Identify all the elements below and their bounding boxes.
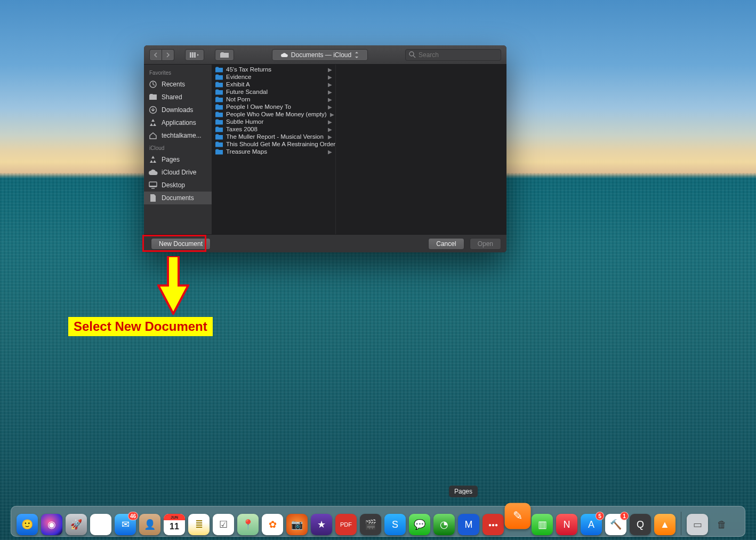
dock-downloads-stack[interactable]: ▭ <box>687 514 708 535</box>
cancel-button[interactable]: Cancel <box>428 238 464 250</box>
file-row[interactable]: Exhibit A▶ <box>212 81 335 88</box>
dock-skype[interactable]: S <box>384 514 406 535</box>
dock-finder[interactable]: 🙂 <box>17 514 38 535</box>
annotation-label: Select New Document <box>68 317 213 336</box>
sidebar-heading: Favorites <box>144 67 212 78</box>
nav-back-button[interactable] <box>149 49 162 61</box>
sidebar: FavoritesRecentsSharedDownloadsApplicati… <box>144 65 212 234</box>
folder-icon <box>148 93 158 101</box>
sidebar-item-techtalkame-[interactable]: techtalkame... <box>144 129 212 142</box>
cloud-icon <box>280 52 288 58</box>
search-icon <box>408 51 416 58</box>
file-row[interactable]: Not Porn▶ <box>212 96 335 103</box>
updown-icon <box>355 52 359 58</box>
file-name: Exhibit A <box>226 81 250 88</box>
folder-icon <box>215 119 223 125</box>
dock-activity[interactable]: ◔ <box>433 514 455 535</box>
file-row[interactable]: People I Owe Money To▶ <box>212 103 335 110</box>
file-browser: 45's Tax Returns▶Evidence▶Exhibit A▶Futu… <box>212 65 506 234</box>
annotation-arrow-icon <box>157 256 189 315</box>
file-row[interactable]: This Should Get Me A Restraining Order▶ <box>212 140 335 148</box>
chevron-right-icon: ▶ <box>328 67 332 73</box>
sidebar-item-downloads[interactable]: Downloads <box>144 104 212 116</box>
file-row[interactable]: 45's Tax Returns▶ <box>212 66 335 73</box>
dock-pdf[interactable]: PDF <box>335 514 357 535</box>
dock-appstore[interactable]: A5 <box>581 514 602 535</box>
file-row[interactable]: People Who Owe Me Money (empty)▶ <box>212 110 335 118</box>
home-icon <box>148 131 158 140</box>
dock-1password[interactable]: ●●● <box>482 514 504 535</box>
dock-contacts[interactable]: 👤 <box>139 514 160 535</box>
sidebar-item-pages[interactable]: Pages <box>144 153 212 166</box>
dock-launchpad[interactable]: 🚀 <box>66 514 87 535</box>
folder-icon <box>215 97 223 102</box>
chevron-right-icon: ▶ <box>328 82 332 88</box>
sidebar-item-label: Recents <box>162 81 185 88</box>
search-input[interactable] <box>405 49 501 61</box>
folder-icon <box>215 112 223 117</box>
file-row[interactable]: Treasure Maps▶ <box>212 148 335 155</box>
dock-reminders[interactable]: ☑ <box>213 514 234 535</box>
svg-rect-2 <box>194 52 196 58</box>
dock-xcode[interactable]: 🔨1 <box>605 514 626 535</box>
sidebar-item-label: Shared <box>162 93 182 101</box>
file-name: People I Owe Money To <box>226 104 291 110</box>
dock-mail[interactable]: ✉46 <box>115 514 136 535</box>
dock-vlc[interactable]: ▲ <box>654 514 675 535</box>
sidebar-item-label: Documents <box>162 194 194 202</box>
file-name: Treasure Maps <box>226 148 267 155</box>
file-row[interactable]: The Muller Report - Musical Version▶ <box>212 133 335 140</box>
sidebar-item-shared[interactable]: Shared <box>144 91 212 104</box>
open-button[interactable]: Open <box>470 238 501 250</box>
chevron-right-icon: ▶ <box>328 119 332 125</box>
open-file-dialog: Documents — iCloud FavoritesRecentsShare… <box>144 45 506 252</box>
dock-photobooth[interactable]: 📷 <box>286 514 308 535</box>
chevron-right-icon: ▶ <box>328 126 332 132</box>
file-row[interactable]: Taxes 2008▶ <box>212 125 335 133</box>
dock-chrome[interactable]: ◎ <box>90 514 111 535</box>
group-button[interactable] <box>215 49 234 61</box>
file-name: The Muller Report - Musical Version <box>226 133 324 140</box>
dock-pages[interactable]: ✎ <box>505 503 531 529</box>
dock-tooltip: Pages <box>449 486 478 497</box>
sidebar-item-label: techtalkame... <box>162 132 202 139</box>
badge: 46 <box>128 512 138 520</box>
dock-notes[interactable]: ≣ <box>188 514 210 535</box>
file-name: Evidence <box>226 74 251 80</box>
file-row[interactable]: Subtle Humor▶ <box>212 118 335 125</box>
file-name: 45's Tax Returns <box>226 66 271 73</box>
sidebar-item-desktop[interactable]: Desktop <box>144 179 212 192</box>
folder-icon <box>215 126 223 132</box>
dock-calendar[interactable]: JUN11 <box>164 514 185 535</box>
sidebar-heading: iCloud <box>144 142 212 153</box>
file-column[interactable]: 45's Tax Returns▶Evidence▶Exhibit A▶Futu… <box>212 65 336 234</box>
dock-imovie[interactable]: ★ <box>311 514 332 535</box>
dock-messages[interactable]: 💬 <box>409 514 430 535</box>
pages-icon <box>148 155 158 164</box>
sidebar-item-icloud-drive[interactable]: iCloud Drive <box>144 166 212 179</box>
chevron-right-icon: ▶ <box>328 74 332 80</box>
dock-siri[interactable]: ◉ <box>41 514 62 535</box>
sidebar-item-label: Desktop <box>162 181 185 189</box>
dock-news[interactable]: N <box>556 514 577 535</box>
sidebar-item-documents[interactable]: Documents <box>144 192 212 204</box>
sidebar-item-label: Downloads <box>162 106 193 114</box>
dock-photos[interactable]: ✿ <box>262 514 283 535</box>
dock-numbers[interactable]: ▥ <box>532 514 553 535</box>
download-icon <box>148 106 158 114</box>
dock-trash[interactable]: 🗑 <box>711 514 733 535</box>
svg-rect-0 <box>190 52 191 58</box>
dock-maps[interactable]: 📍 <box>237 514 259 535</box>
location-popup[interactable]: Documents — iCloud <box>272 49 368 61</box>
dock-finalcut[interactable]: 🎬 <box>360 514 381 535</box>
nav-forward-button[interactable] <box>162 49 174 61</box>
sidebar-item-recents[interactable]: Recents <box>144 78 212 91</box>
dock-quicktime[interactable]: Q <box>630 514 651 535</box>
sidebar-item-applications[interactable]: Applications <box>144 116 212 129</box>
view-mode-button[interactable] <box>185 49 204 61</box>
file-row[interactable]: Evidence▶ <box>212 73 335 81</box>
file-row[interactable]: Future Scandal▶ <box>212 88 335 96</box>
doc-icon <box>148 194 158 202</box>
dock-malwarebytes[interactable]: M <box>458 514 479 535</box>
clock-icon <box>148 80 158 89</box>
